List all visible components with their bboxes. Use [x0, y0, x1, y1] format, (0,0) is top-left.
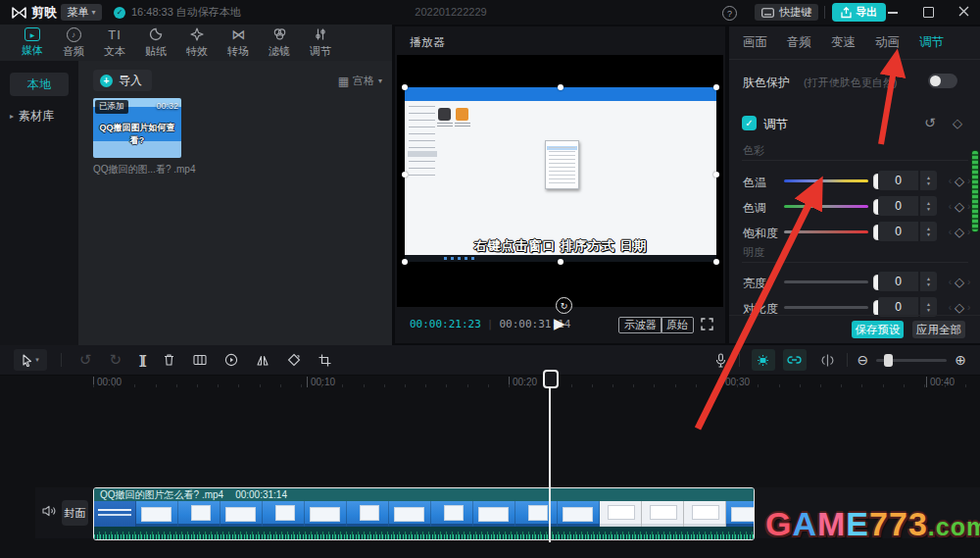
tab-adjustment[interactable]: 调节	[919, 34, 944, 51]
adjust-checkbox[interactable]: ✓	[742, 116, 757, 130]
add-keyframe-icon[interactable]: ◇	[955, 275, 964, 289]
menu-button[interactable]: 菜单 ▾	[61, 4, 102, 21]
keyframe-diamond-icon[interactable]: ◇	[953, 116, 962, 130]
next-keyframe-icon[interactable]: ›	[967, 176, 970, 186]
add-keyframe-icon[interactable]: ◇	[955, 174, 964, 188]
timeline-clip[interactable]: QQ撤回的图片怎么看? .mp4 00:00:31:14	[93, 487, 755, 540]
original-ratio-button[interactable]: 原始	[661, 317, 694, 333]
reset-icon[interactable]: ↺	[924, 115, 936, 130]
next-keyframe-icon[interactable]: ›	[967, 302, 970, 313]
add-keyframe-icon[interactable]: ◇	[955, 199, 964, 214]
redo-button[interactable]: ↻	[110, 351, 122, 369]
preview-axis-button[interactable]	[820, 354, 835, 367]
view-mode-control[interactable]: ▦ 宫格 ▾	[338, 74, 382, 88]
zoom-slider-thumb[interactable]	[884, 354, 893, 367]
selection-handle[interactable]	[558, 259, 564, 265]
zoom-out-icon[interactable]: ⊖	[858, 352, 869, 368]
saturation-slider[interactable]	[784, 230, 868, 233]
contrast-value[interactable]: 0	[878, 297, 918, 317]
tab-picture[interactable]: 画面	[743, 34, 767, 51]
prev-keyframe-icon[interactable]: ‹	[949, 302, 952, 313]
selection-handle[interactable]	[558, 84, 564, 90]
keyframe-control[interactable]: ‹ ◇ ›	[943, 297, 976, 317]
shortcuts-button[interactable]: 快捷键	[755, 4, 818, 21]
minimize-button[interactable]	[888, 12, 898, 14]
help-button[interactable]: ?	[722, 6, 737, 21]
cover-button[interactable]: 封面	[62, 500, 88, 526]
saturation-value[interactable]: 0	[878, 222, 918, 241]
video-frame[interactable]: 右键点击窗口 排序方式 日期	[405, 87, 716, 262]
skin-protect-toggle[interactable]	[928, 74, 957, 88]
play-button[interactable]: ▶	[554, 315, 565, 332]
record-voiceover-button[interactable]	[714, 353, 727, 368]
tab-effects[interactable]: 特效	[176, 25, 218, 61]
stepper-control[interactable]: ▲▼	[920, 297, 937, 317]
selection-handle[interactable]	[402, 84, 408, 90]
tint-slider[interactable]	[784, 205, 868, 208]
sidebar-item-assets[interactable]: ▸ 素材库	[4, 104, 78, 127]
mirror-button[interactable]	[256, 354, 270, 367]
selection-handle[interactable]	[402, 172, 408, 178]
playhead-line[interactable]	[549, 382, 551, 542]
stepper-control[interactable]: ▲▼	[920, 196, 937, 216]
selection-handle[interactable]	[713, 259, 719, 265]
tab-speed[interactable]: 变速	[831, 34, 856, 51]
tab-text[interactable]: TI 文本	[94, 25, 135, 61]
selection-handle[interactable]	[713, 172, 719, 178]
delete-button[interactable]	[163, 353, 175, 367]
brightness-slider[interactable]	[784, 280, 868, 283]
export-button[interactable]: 导出	[832, 3, 886, 22]
stepper-control[interactable]: ▲▼	[920, 222, 937, 241]
tab-filters[interactable]: 滤镜	[259, 25, 300, 61]
timeline-ruler[interactable]: 00:00 00:10 00:20 00:30 00:40	[0, 376, 980, 389]
tint-value[interactable]: 0	[878, 196, 918, 216]
prev-keyframe-icon[interactable]: ‹	[949, 277, 952, 287]
save-preset-button[interactable]: 保存预设	[852, 321, 904, 338]
link-preview-button[interactable]	[783, 349, 807, 371]
select-tool-button[interactable]: ▾	[14, 349, 47, 371]
fullscreen-icon[interactable]	[701, 318, 713, 330]
prev-keyframe-icon[interactable]: ‹	[949, 227, 952, 237]
apply-all-button[interactable]: 应用全部	[912, 321, 965, 338]
rotate-handle[interactable]: ↻	[556, 297, 572, 314]
track-mute-button[interactable]	[41, 504, 57, 518]
tab-sticker[interactable]: 贴纸	[135, 25, 176, 61]
temperature-value[interactable]: 0	[878, 171, 918, 190]
auto-snap-button[interactable]	[752, 349, 775, 371]
add-keyframe-icon[interactable]: ◇	[955, 300, 964, 315]
split-button[interactable]: ][	[139, 353, 145, 367]
panel-scrollbar[interactable]	[971, 150, 979, 232]
zoom-slider[interactable]	[876, 359, 947, 362]
tab-animation[interactable]: 动画	[875, 34, 900, 51]
import-button[interactable]: + 导入	[93, 70, 152, 91]
reverse-button[interactable]	[224, 353, 238, 367]
add-keyframe-icon[interactable]: ◇	[955, 225, 964, 239]
crop-button[interactable]	[318, 354, 331, 367]
playhead-handle[interactable]	[543, 370, 559, 388]
tab-media[interactable]: ▶ 媒体	[12, 25, 53, 61]
rotate-button[interactable]	[287, 353, 301, 367]
scope-button[interactable]: 示波器	[618, 317, 662, 333]
tab-transitions[interactable]: ⋈ 转场	[218, 25, 259, 61]
undo-button[interactable]: ↺	[79, 351, 92, 369]
sidebar-item-local[interactable]: 本地	[10, 73, 69, 96]
tab-adjust[interactable]: 调节	[300, 25, 341, 61]
tab-audio-settings[interactable]: 音频	[787, 34, 811, 51]
media-clip-card[interactable]: QQ撤回图片如何查看? 已添加 00:32	[93, 98, 181, 158]
zoom-in-icon[interactable]: ⊕	[955, 352, 966, 368]
tab-audio[interactable]: ♪ 音频	[53, 25, 94, 61]
selection-handle[interactable]	[402, 259, 408, 265]
maximize-button[interactable]	[923, 7, 934, 18]
next-keyframe-icon[interactable]: ›	[967, 201, 970, 212]
temperature-slider[interactable]	[784, 179, 868, 182]
keyframe-control[interactable]: ‹ ◇ ›	[943, 272, 976, 291]
next-keyframe-icon[interactable]: ›	[967, 227, 970, 237]
prev-keyframe-icon[interactable]: ‹	[949, 176, 952, 186]
contrast-slider[interactable]	[784, 306, 868, 309]
close-button[interactable]	[958, 6, 969, 17]
stepper-control[interactable]: ▲▼	[920, 171, 937, 190]
next-keyframe-icon[interactable]: ›	[967, 277, 970, 287]
freeze-frame-button[interactable]	[193, 354, 207, 366]
selection-handle[interactable]	[713, 84, 719, 90]
prev-keyframe-icon[interactable]: ‹	[949, 201, 952, 212]
